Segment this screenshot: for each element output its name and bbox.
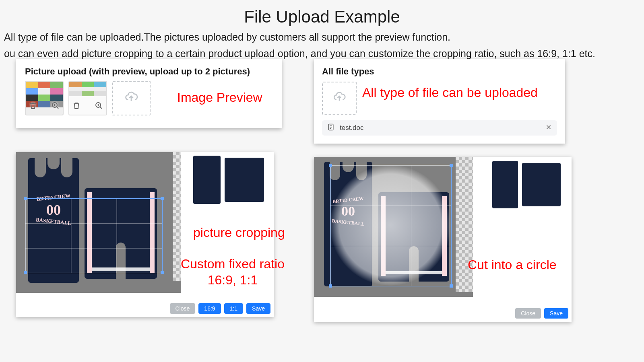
crop-stage[interactable]: BRTID CREW 00 BASKETBALL xyxy=(16,152,181,293)
crop-selection[interactable] xyxy=(25,198,163,273)
crop-handle[interactable] xyxy=(24,271,27,274)
save-button[interactable]: Save xyxy=(544,308,568,319)
ratio-16-9-button[interactable]: 16:9 xyxy=(198,303,221,314)
trash-icon[interactable] xyxy=(72,101,81,112)
crop-handle[interactable] xyxy=(450,164,453,167)
uploaded-file-chip: test.doc xyxy=(322,120,557,136)
all-file-types-label: All file types xyxy=(322,66,557,77)
crop-stage[interactable]: BRTID CREW 00 BASKETBALL xyxy=(314,157,473,297)
annotation-custom-ratio: Custom fixed ratio 16:9, 1:1 xyxy=(172,256,293,288)
crop-preview-thumbnail xyxy=(486,159,567,210)
crop-handle[interactable] xyxy=(161,197,164,200)
description-line-1: All type of file can be uploaded.The pic… xyxy=(0,27,644,43)
crop-preview-thumbnail xyxy=(188,154,269,206)
annotation-image-preview: Image Preview xyxy=(177,90,262,105)
cloud-upload-icon xyxy=(124,90,138,106)
annotation-custom-ratio-line2: 16:9, 1:1 xyxy=(208,273,258,287)
close-button[interactable]: Close xyxy=(515,308,541,319)
upload-thumbnail[interactable] xyxy=(68,81,107,115)
crop-circle-card: BRTID CREW 00 BASKETBALL Close Save xyxy=(314,157,572,322)
cloud-upload-icon xyxy=(332,90,346,106)
save-button[interactable]: Save xyxy=(246,303,270,314)
zoom-icon[interactable] xyxy=(51,101,60,112)
close-button[interactable]: Close xyxy=(170,303,196,314)
annotation-custom-ratio-line1: Custom fixed ratio xyxy=(181,257,285,271)
upload-dropzone[interactable] xyxy=(112,81,151,115)
ratio-1-1-button[interactable]: 1:1 xyxy=(224,303,243,314)
annotation-picture-cropping: picture cropping xyxy=(193,225,285,240)
crop-handle[interactable] xyxy=(450,284,453,288)
picture-upload-label: Picture upload (with preview, upload up … xyxy=(25,66,273,77)
crop-selection[interactable] xyxy=(330,165,452,286)
crop-handle[interactable] xyxy=(329,284,332,288)
crop-handle[interactable] xyxy=(24,197,27,200)
description-line-2: ou can even add picture cropping to a ce… xyxy=(0,43,644,60)
upload-dropzone[interactable] xyxy=(322,82,357,115)
annotation-all-file-types: All type of file can be uploaded xyxy=(362,85,538,100)
page-title: File Upload Example xyxy=(0,0,644,27)
document-icon xyxy=(327,123,335,133)
crop-handle[interactable] xyxy=(161,271,164,274)
all-file-types-card: All file types test.doc xyxy=(314,59,565,144)
close-icon[interactable] xyxy=(545,123,552,132)
zoom-icon[interactable] xyxy=(94,101,104,112)
upload-thumbnail[interactable] xyxy=(25,81,64,115)
uploaded-file-name: test.doc xyxy=(340,124,540,132)
crop-handle[interactable] xyxy=(329,164,332,167)
trash-icon[interactable] xyxy=(28,101,38,112)
annotation-cut-circle: Cut into a circle xyxy=(468,257,557,272)
